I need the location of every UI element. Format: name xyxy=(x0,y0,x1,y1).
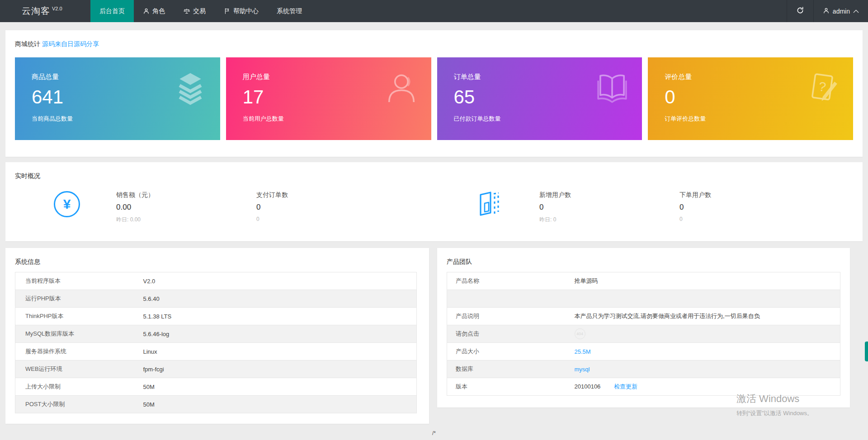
product-team-title: 产品团队 xyxy=(447,258,840,266)
table-row: 当前程序版本 V2.0 xyxy=(15,272,417,290)
footer-comment: /* xyxy=(5,430,863,436)
layers-icon xyxy=(173,71,208,105)
check-update-link[interactable]: 检查更新 xyxy=(614,383,637,390)
navbar-right: admin xyxy=(787,0,868,22)
table-row-empty xyxy=(447,290,840,308)
table-row: 上传大小限制 50M xyxy=(15,378,417,396)
realtime-title: 实时概况 xyxy=(15,172,853,180)
stat-cards: 商品总量 641 当前商品总数量 用户总量 17 当前用户总数量 xyxy=(15,57,853,140)
app-logo-text: 云淘客 xyxy=(22,5,50,17)
version-number: 20100106 xyxy=(575,383,601,390)
user-menu[interactable]: admin xyxy=(813,0,868,22)
panel-title: 商城统计 源码来自日源码分享 xyxy=(15,40,853,48)
nav-item-help-center[interactable]: 帮助中心 xyxy=(215,0,268,22)
database-link[interactable]: mysql xyxy=(575,366,590,373)
stat-card-users: 用户总量 17 当前用户总数量 xyxy=(226,57,431,140)
table-row: 版本 20100106 检查更新 xyxy=(447,378,840,396)
table-row: 数据库 mysql xyxy=(447,360,840,378)
nav-item-roles[interactable]: 角色 xyxy=(134,0,174,22)
stat-card-orders: 订单总量 65 已付款订单总数量 xyxy=(437,57,642,140)
stats-title: 商城统计 xyxy=(15,40,40,47)
edge-scroll-tab[interactable] xyxy=(865,342,868,361)
refresh-icon xyxy=(796,6,804,16)
svg-text:?: ? xyxy=(818,79,827,94)
system-info-title: 系统信息 xyxy=(15,258,417,266)
metric-ordering-users: 下单用户数 0 0 xyxy=(679,191,820,222)
table-row: MySQL数据库版本 5.6.46-log xyxy=(15,325,417,343)
nav-item-system-manage[interactable]: 系统管理 xyxy=(268,0,311,22)
product-size-link[interactable]: 25.5M xyxy=(575,348,591,355)
main-menu: 后台首页 角色 交易 帮 xyxy=(90,0,311,22)
product-team-table: 产品名称 抢单源码 产品说明 本产品只为学习测试交流,请勿要做商业或者用于违法行… xyxy=(447,272,840,396)
flag-icon xyxy=(224,8,231,14)
nav-item-dashboard[interactable]: 后台首页 xyxy=(90,0,134,22)
user-icon xyxy=(384,71,419,105)
mall-stats-panel: 商城统计 源码来自日源码分享 商品总量 641 当前商品总数量 用户总量 xyxy=(5,30,863,157)
username: admin xyxy=(833,8,850,15)
table-row: 产品说明 本产品只为学习测试交流,请勿要做商业或者用于违法行为,一切后果自负 xyxy=(447,308,840,325)
chevron-up-icon xyxy=(853,8,859,15)
stat-card-reviews: 评价总量 0 订单评价总数量 ? xyxy=(648,57,853,140)
table-row: 产品名称 抢单源码 xyxy=(447,272,840,290)
review-icon: ? xyxy=(806,71,840,105)
metric-new-users: 新增用户数 0 昨日: 0 xyxy=(539,191,679,224)
table-row: ThinkPHP版本 5.1.38 LTS xyxy=(15,308,417,325)
building-icon xyxy=(477,191,500,216)
source-link[interactable]: 源码来自日源码分享 xyxy=(42,40,99,47)
table-row: 产品大小 25.5M xyxy=(447,343,840,360)
table-row: WEB运行环境 fpm-fcgi xyxy=(15,360,417,378)
table-row: 服务器操作系统 Linux xyxy=(15,343,417,360)
metric-paid-orders: 支付订单数 0 0 xyxy=(256,191,451,222)
table-row: 请勿点击 404 xyxy=(447,325,840,343)
realtime-panel: 实时概况 ¥ 销售额（元） 0.00 昨日: 0.00 支付订单数 0 0 xyxy=(5,162,863,241)
metric-sales: 销售额（元） 0.00 昨日: 0.00 xyxy=(116,191,256,224)
yen-icon: ¥ xyxy=(54,191,80,217)
nav-item-trade[interactable]: 交易 xyxy=(174,0,215,22)
table-row: POST大小限制 50M xyxy=(15,396,417,413)
scales-icon xyxy=(183,8,190,14)
table-row: 运行PHP版本 5.6.40 xyxy=(15,290,417,308)
book-icon xyxy=(595,71,629,105)
system-info-panel: 系统信息 当前程序版本 V2.0 运行PHP版本 5.6.40 ThinkPHP… xyxy=(5,248,429,424)
person-icon xyxy=(823,7,830,15)
top-navbar: 云淘客 V2.0 后台首页 角色 交易 xyxy=(0,0,868,22)
badge-404[interactable]: 404 xyxy=(575,328,585,339)
app-version: V2.0 xyxy=(52,6,62,11)
person-icon xyxy=(143,8,150,14)
stat-card-products: 商品总量 641 当前商品总数量 xyxy=(15,57,220,140)
realtime-metrics: ¥ 销售额（元） 0.00 昨日: 0.00 支付订单数 0 0 xyxy=(15,191,853,224)
refresh-button[interactable] xyxy=(787,0,813,22)
app-logo: 云淘客 V2.0 xyxy=(0,0,90,22)
system-info-table: 当前程序版本 V2.0 运行PHP版本 5.6.40 ThinkPHP版本 5.… xyxy=(15,272,417,413)
product-team-panel: 产品团队 产品名称 抢单源码 产品说明 本产品只为学习测试交流,请勿要做商业或者… xyxy=(437,248,850,407)
